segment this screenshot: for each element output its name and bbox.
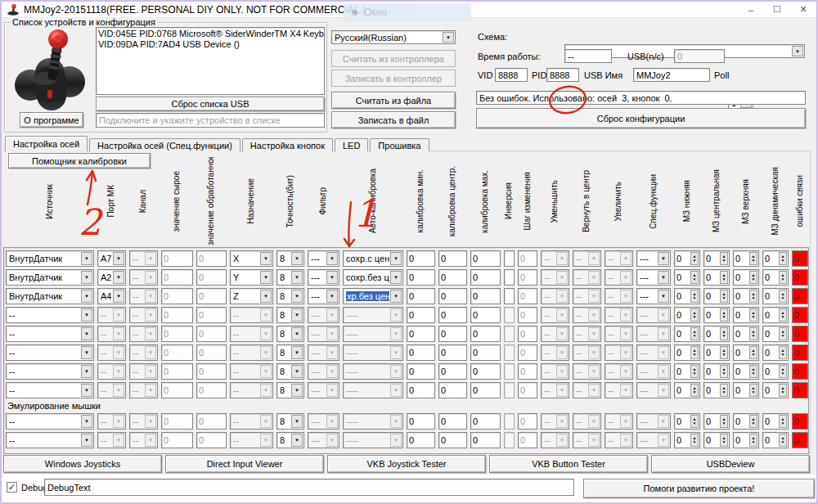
autocalibration-select[interactable]: сохр.с центро▼ xyxy=(343,250,403,267)
calibration-min-field[interactable]: 0 xyxy=(407,288,435,304)
deadzone-center-spinner[interactable]: 0▲▼ xyxy=(703,413,730,430)
autocalibration-select[interactable]: хр.без центра▼ xyxy=(343,288,403,304)
about-button[interactable]: О программе xyxy=(20,112,83,128)
tab-led[interactable]: LED xyxy=(335,138,368,151)
precision-select[interactable]: 8▼ xyxy=(276,326,304,342)
read-from-file-button[interactable]: Считать из файла xyxy=(331,92,456,109)
deadzone-high-spinner[interactable]: 0▲▼ xyxy=(733,269,759,286)
special-functions-select[interactable]: ---▼ xyxy=(636,250,671,267)
deadzone-center-spinner[interactable]: 0▲▼ xyxy=(703,344,730,361)
deadzone-low-spinner[interactable]: 0▲▼ xyxy=(674,382,700,398)
inversion-checkbox[interactable] xyxy=(504,288,515,304)
deadzone-dynamic-spinner[interactable]: 0▲▼ xyxy=(762,250,789,267)
calibration-center-field[interactable]: 0 xyxy=(438,344,467,361)
calibration-max-field[interactable]: 0 xyxy=(470,382,501,398)
deadzone-high-spinner[interactable]: 0▲▼ xyxy=(733,382,759,398)
source-select[interactable]: --▼ xyxy=(6,326,94,342)
device-hint-field[interactable] xyxy=(96,113,325,128)
deadzone-low-spinner[interactable]: 0▲▼ xyxy=(674,250,700,267)
calibration-max-field[interactable]: 0 xyxy=(470,363,501,380)
source-select[interactable]: ВнутрДатчик▼ xyxy=(6,250,94,267)
inversion-checkbox[interactable] xyxy=(504,269,515,286)
special-functions-select[interactable]: ---▼ xyxy=(636,269,671,286)
assignment-select[interactable]: Z▼ xyxy=(230,288,273,304)
deadzone-high-spinner[interactable]: 0▲▼ xyxy=(733,413,759,430)
deadzone-center-spinner[interactable]: 0▲▼ xyxy=(703,250,730,267)
calibration-min-field[interactable]: 0 xyxy=(407,413,435,430)
source-select[interactable]: --▼ xyxy=(6,413,94,430)
deadzone-high-spinner[interactable]: 0▲▼ xyxy=(733,288,759,304)
calibration-min-field[interactable]: 0 xyxy=(407,326,435,342)
precision-select[interactable]: 8▼ xyxy=(276,344,304,361)
close-button[interactable]: ✕ xyxy=(790,2,816,17)
assignment-select[interactable]: X▼ xyxy=(230,250,273,267)
calibration-center-field[interactable]: 0 xyxy=(438,326,467,342)
precision-select[interactable]: 8▼ xyxy=(276,382,304,398)
calibration-center-field[interactable]: 0 xyxy=(438,250,467,267)
deadzone-dynamic-spinner[interactable]: 0▲▼ xyxy=(762,307,789,323)
deadzone-high-spinner[interactable]: 0▲▼ xyxy=(733,432,759,448)
device-listbox[interactable]: VID:045E PID:0768 Microsoft® SiderWinder… xyxy=(96,27,325,95)
precision-select[interactable]: 8▼ xyxy=(276,269,304,286)
source-select[interactable]: ВнутрДатчик▼ xyxy=(6,288,94,304)
calibration-max-field[interactable]: 0 xyxy=(470,413,501,430)
device-list-item[interactable]: VID:09DA PID:7AD4 USB Device () xyxy=(98,39,322,50)
calibration-center-field[interactable]: 0 xyxy=(438,363,467,380)
device-list-item[interactable]: VID:045E PID:0768 Microsoft® SiderWinder… xyxy=(98,29,322,39)
usbdeview-button[interactable]: USBDeview xyxy=(651,455,810,473)
inversion-checkbox[interactable] xyxy=(504,250,515,267)
autocalibration-select[interactable]: сохр.без цент▼ xyxy=(343,269,403,286)
vkb-button-tester-button[interactable]: VKB Button Tester xyxy=(489,455,648,473)
deadzone-high-spinner[interactable]: 0▲▼ xyxy=(733,326,759,342)
precision-select[interactable]: 8▼ xyxy=(276,250,304,267)
deadzone-high-spinner[interactable]: 0▲▼ xyxy=(733,363,759,380)
deadzone-low-spinner[interactable]: 0▲▼ xyxy=(674,363,700,380)
status-field[interactable] xyxy=(476,91,806,105)
deadzone-center-spinner[interactable]: 0▲▼ xyxy=(703,432,730,448)
pid-field[interactable] xyxy=(546,68,579,82)
write-to-file-button[interactable]: Записать в файл xyxy=(331,111,456,128)
precision-select[interactable]: 8▼ xyxy=(276,363,304,380)
calibration-min-field[interactable]: 0 xyxy=(407,269,435,286)
calibration-max-field[interactable]: 0 xyxy=(470,250,501,267)
source-select[interactable]: --▼ xyxy=(6,432,94,448)
filter-select[interactable]: ---▼ xyxy=(308,269,339,286)
tab-axes-setup[interactable]: Настройка осей xyxy=(5,136,88,151)
deadzone-low-spinner[interactable]: 0▲▼ xyxy=(674,432,700,448)
assignment-select[interactable]: Y▼ xyxy=(230,269,273,286)
calibration-center-field[interactable]: 0 xyxy=(438,288,467,304)
mcu-port-select[interactable]: A7▼ xyxy=(97,250,126,267)
calibration-center-field[interactable]: 0 xyxy=(438,269,467,286)
mcu-port-select[interactable]: A2▼ xyxy=(97,269,126,286)
vid-field[interactable] xyxy=(495,68,528,82)
calibration-center-field[interactable]: 0 xyxy=(438,382,467,398)
filter-select[interactable]: ---▼ xyxy=(308,250,339,267)
uptime-field[interactable] xyxy=(564,49,612,63)
calibration-min-field[interactable]: 0 xyxy=(407,363,435,380)
deadzone-center-spinner[interactable]: 0▲▼ xyxy=(703,269,730,286)
tab-axes-special[interactable]: Настройка осей (Спец.функции) xyxy=(89,138,240,151)
calibration-min-field[interactable]: 0 xyxy=(407,344,435,361)
source-select[interactable]: --▼ xyxy=(6,344,94,361)
deadzone-dynamic-spinner[interactable]: 0▲▼ xyxy=(762,413,789,430)
filter-select[interactable]: ---▼ xyxy=(308,288,339,304)
calibration-max-field[interactable]: 0 xyxy=(470,288,501,304)
deadzone-low-spinner[interactable]: 0▲▼ xyxy=(674,307,700,323)
deadzone-high-spinner[interactable]: 0▲▼ xyxy=(733,250,759,267)
deadzone-dynamic-spinner[interactable]: 0▲▼ xyxy=(762,382,789,398)
calibration-max-field[interactable]: 0 xyxy=(470,307,501,323)
deadzone-dynamic-spinner[interactable]: 0▲▼ xyxy=(762,288,789,304)
reset-config-button[interactable]: Сброс конфигурации xyxy=(476,108,806,128)
deadzone-low-spinner[interactable]: 0▲▼ xyxy=(674,288,700,304)
source-select[interactable]: --▼ xyxy=(6,363,94,380)
deadzone-center-spinner[interactable]: 0▲▼ xyxy=(703,288,730,304)
deadzone-low-spinner[interactable]: 0▲▼ xyxy=(674,344,700,361)
direct-input-viewer-button[interactable]: Direct Input Viewer xyxy=(165,455,324,473)
windows-joysticks-button[interactable]: Windows Joysticks xyxy=(3,455,162,473)
deadzone-dynamic-spinner[interactable]: 0▲▼ xyxy=(762,344,789,361)
language-select[interactable]: Русский(Russian) ▼ xyxy=(331,30,456,44)
reset-usb-list-button[interactable]: Сброс списка USB xyxy=(96,97,325,111)
calibration-center-field[interactable]: 0 xyxy=(438,413,467,430)
precision-select[interactable]: 8▼ xyxy=(276,307,304,323)
deadzone-dynamic-spinner[interactable]: 0▲▼ xyxy=(762,269,789,286)
